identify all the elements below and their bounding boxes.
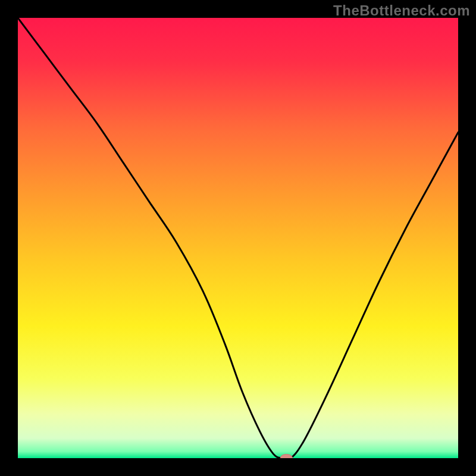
chart-frame: TheBottleneck.com: [0, 0, 476, 476]
gradient-background: [18, 18, 458, 458]
watermark-text: TheBottleneck.com: [333, 2, 470, 19]
optimal-point-marker: [280, 454, 293, 462]
bottleneck-plot: [0, 0, 476, 476]
